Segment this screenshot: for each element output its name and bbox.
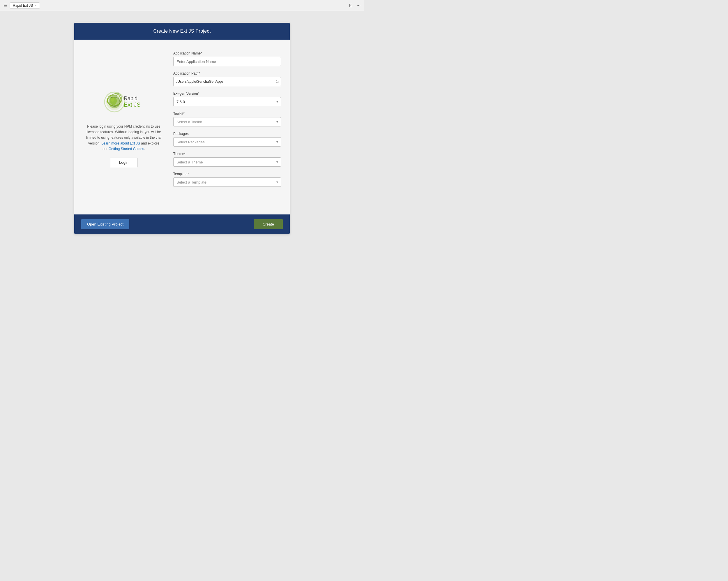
- template-label: Template*: [173, 172, 281, 176]
- card-header: Create New Ext JS Project: [74, 23, 290, 40]
- folder-icon: 🗂: [275, 79, 279, 84]
- titlebar: ☰ Rapid Ext JS × ⊡ ···: [0, 0, 364, 11]
- template-select[interactable]: Select a Template: [173, 177, 281, 187]
- login-button[interactable]: Login: [110, 158, 137, 167]
- tab-rapid-ext-js[interactable]: Rapid Ext JS ×: [9, 2, 40, 9]
- ext-gen-select[interactable]: 7.6.0: [173, 97, 281, 106]
- project-card: Create New Ext JS Project: [74, 23, 290, 234]
- app-path-label: Application Path*: [173, 71, 281, 75]
- ext-gen-field-group: Ext-gen Version* 7.6.0 ▾: [173, 92, 281, 106]
- app-path-field-group: Application Path* 🗂: [173, 71, 281, 86]
- theme-select-wrapper: Select a Theme ▾: [173, 157, 281, 167]
- titlebar-left: ☰ Rapid Ext JS ×: [3, 2, 40, 9]
- main-wrapper: Create New Ext JS Project: [0, 11, 364, 290]
- form-panel: Application Name* Application Path* 🗂: [173, 51, 281, 203]
- packages-select[interactable]: Select Packages: [173, 137, 281, 147]
- theme-label: Theme*: [173, 152, 281, 156]
- titlebar-right: ⊡ ···: [349, 3, 361, 8]
- packages-field-group: Packages Select Packages ▾: [173, 132, 281, 147]
- svg-text:Rapid: Rapid: [124, 96, 137, 101]
- hamburger-icon[interactable]: ☰: [3, 3, 7, 8]
- template-select-wrapper: Select a Template ▾: [173, 177, 281, 187]
- toolkit-select-wrapper: Select a Toolkit ▾: [173, 117, 281, 126]
- toolkit-select[interactable]: Select a Toolkit: [173, 117, 281, 126]
- learn-more-link[interactable]: Learn more about Ext JS: [101, 141, 140, 145]
- more-options-icon[interactable]: ···: [357, 3, 361, 8]
- toolkit-label: Toolkit*: [173, 111, 281, 116]
- app-name-label: Application Name*: [173, 51, 281, 55]
- ext-gen-select-wrapper: 7.6.0 ▾: [173, 97, 281, 106]
- template-field-group: Template* Select a Template ▾: [173, 172, 281, 187]
- svg-point-4: [111, 98, 114, 102]
- left-panel: Rapid Ext JS Please login using your NPM…: [83, 51, 164, 203]
- tab-label: Rapid Ext JS: [13, 3, 33, 7]
- layout-icon[interactable]: ⊡: [349, 3, 353, 8]
- logo-container: Rapid Ext JS: [101, 87, 147, 117]
- ext-gen-label: Ext-gen Version*: [173, 92, 281, 96]
- app-name-field-group: Application Name*: [173, 51, 281, 66]
- theme-select[interactable]: Select a Theme: [173, 157, 281, 167]
- packages-select-wrapper: Select Packages ▾: [173, 137, 281, 147]
- theme-field-group: Theme* Select a Theme ▾: [173, 152, 281, 167]
- packages-label: Packages: [173, 132, 281, 136]
- card-body: Rapid Ext JS Please login using your NPM…: [74, 40, 290, 214]
- create-button[interactable]: Create: [254, 219, 283, 229]
- app-path-input-wrapper: 🗂: [173, 77, 281, 86]
- open-existing-button[interactable]: Open Existing Project: [81, 219, 129, 229]
- tab-close-icon[interactable]: ×: [35, 4, 36, 7]
- logo-image: Rapid Ext JS: [101, 87, 147, 116]
- card-footer: Open Existing Project Create: [74, 214, 290, 234]
- folder-browse-button[interactable]: 🗂: [275, 79, 279, 84]
- app-name-input[interactable]: [173, 57, 281, 66]
- description-text: Please login using your NPM credentials …: [86, 124, 162, 152]
- toolkit-field-group: Toolkit* Select a Toolkit ▾: [173, 111, 281, 126]
- getting-started-link[interactable]: Getting Started Guides: [109, 147, 144, 151]
- svg-text:Ext JS: Ext JS: [124, 101, 141, 108]
- app-path-input[interactable]: [173, 77, 281, 86]
- card-title: Create New Ext JS Project: [153, 29, 211, 33]
